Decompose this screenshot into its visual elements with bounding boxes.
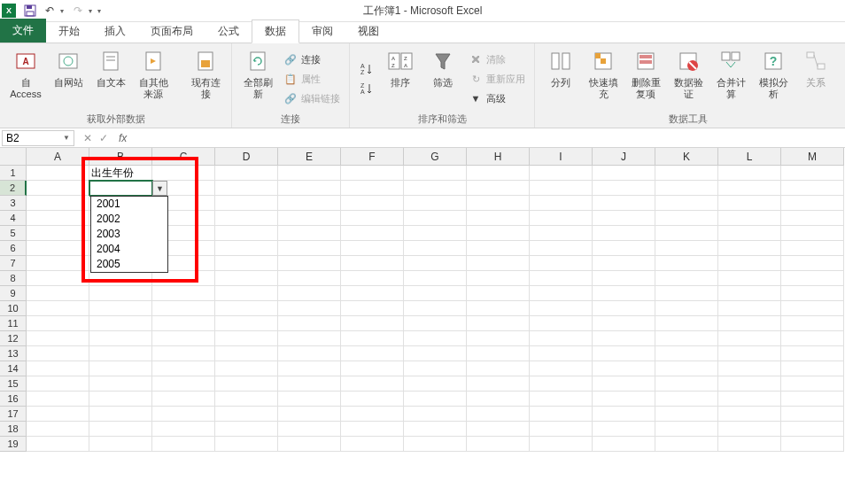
cell[interactable] (530, 301, 593, 316)
tab-review[interactable]: 审阅 (299, 20, 345, 43)
cell[interactable] (655, 271, 718, 286)
cell[interactable] (781, 316, 844, 331)
col-header[interactable]: F (341, 148, 404, 166)
cell[interactable] (593, 226, 655, 241)
cell[interactable] (781, 361, 844, 376)
whatif-button[interactable]: ?模拟分析 (753, 45, 794, 102)
sort-button[interactable]: AZZA排序 (380, 45, 421, 90)
cell[interactable] (215, 331, 278, 346)
row-header[interactable]: 17 (0, 407, 27, 422)
cell[interactable] (781, 437, 844, 452)
cell[interactable] (404, 376, 467, 392)
cell[interactable] (215, 407, 278, 422)
cell[interactable] (341, 376, 404, 392)
col-header[interactable]: C (152, 148, 215, 166)
cell[interactable] (467, 241, 530, 256)
cell[interactable] (718, 211, 781, 226)
cell[interactable] (718, 346, 781, 361)
col-header[interactable]: B (89, 148, 152, 166)
remove-dup-button[interactable]: 删除重复项 (625, 45, 666, 102)
cell[interactable] (467, 196, 530, 211)
col-header[interactable]: G (404, 148, 467, 166)
cell[interactable] (467, 226, 530, 241)
cell[interactable] (215, 316, 278, 331)
cell[interactable] (404, 316, 467, 331)
cell[interactable] (467, 376, 530, 392)
cell[interactable] (530, 196, 593, 211)
cell[interactable] (89, 437, 152, 452)
cell[interactable] (530, 376, 593, 392)
cell[interactable] (341, 392, 404, 407)
cell[interactable] (341, 241, 404, 256)
cell[interactable] (27, 166, 89, 181)
cell[interactable] (655, 376, 718, 392)
cell[interactable] (781, 346, 844, 361)
cell[interactable] (530, 392, 593, 407)
sort-asc-button[interactable]: AZ (355, 60, 378, 78)
cell[interactable] (278, 376, 341, 392)
tab-layout[interactable]: 页面布局 (138, 20, 205, 43)
cell[interactable] (27, 301, 89, 316)
cell[interactable] (278, 181, 341, 196)
cell[interactable] (781, 166, 844, 181)
existing-conn-button[interactable]: 现有连接 (185, 45, 226, 102)
cell[interactable] (27, 211, 89, 226)
cell[interactable] (341, 181, 404, 196)
cell[interactable] (27, 392, 89, 407)
cell[interactable] (152, 422, 215, 437)
cell[interactable] (341, 271, 404, 286)
cell[interactable] (278, 392, 341, 407)
data-validation-dropdown-button[interactable]: ▼ (152, 181, 167, 196)
cell[interactable] (718, 376, 781, 392)
cell[interactable] (655, 196, 718, 211)
cell[interactable] (718, 407, 781, 422)
dropdown-option[interactable]: 2001 (91, 197, 167, 212)
cell[interactable] (593, 407, 655, 422)
cell[interactable] (655, 392, 718, 407)
tab-home[interactable]: 开始 (46, 20, 92, 43)
cell[interactable] (215, 346, 278, 361)
cell[interactable] (718, 422, 781, 437)
cell[interactable] (718, 361, 781, 376)
cell[interactable] (781, 407, 844, 422)
cell[interactable] (718, 271, 781, 286)
cell[interactable] (278, 286, 341, 301)
cell[interactable] (404, 166, 467, 181)
clear-filter-button[interactable]: 🗙清除 (465, 50, 529, 68)
row-header[interactable]: 19 (0, 437, 27, 452)
cell[interactable] (655, 226, 718, 241)
cell[interactable] (718, 196, 781, 211)
cell[interactable] (718, 392, 781, 407)
text-to-columns-button[interactable]: 分列 (540, 45, 581, 90)
col-header[interactable]: D (215, 148, 278, 166)
cell[interactable] (781, 256, 844, 271)
cell[interactable] (655, 422, 718, 437)
cell[interactable] (152, 286, 215, 301)
cell[interactable] (593, 241, 655, 256)
row-header[interactable]: 18 (0, 422, 27, 437)
cell[interactable] (278, 331, 341, 346)
cell[interactable] (89, 392, 152, 407)
cell[interactable] (278, 437, 341, 452)
cell[interactable] (89, 301, 152, 316)
cell[interactable] (530, 181, 593, 196)
chevron-down-icon[interactable]: ▼ (63, 134, 70, 142)
cell[interactable] (215, 392, 278, 407)
cell[interactable] (89, 286, 152, 301)
redo-button[interactable]: ↷ (69, 2, 87, 19)
cell[interactable] (404, 241, 467, 256)
cell[interactable] (341, 361, 404, 376)
cell[interactable] (341, 226, 404, 241)
tab-data[interactable]: 数据 (252, 19, 299, 43)
cell[interactable] (215, 301, 278, 316)
cell[interactable] (215, 271, 278, 286)
row-header[interactable]: 11 (0, 316, 27, 331)
cell[interactable] (530, 422, 593, 437)
cell[interactable] (781, 211, 844, 226)
cell[interactable] (593, 271, 655, 286)
accept-formula-icon[interactable]: ✓ (99, 132, 108, 144)
cell[interactable] (89, 407, 152, 422)
cell[interactable] (530, 346, 593, 361)
row-header[interactable]: 8 (0, 271, 27, 286)
cell[interactable] (593, 181, 655, 196)
